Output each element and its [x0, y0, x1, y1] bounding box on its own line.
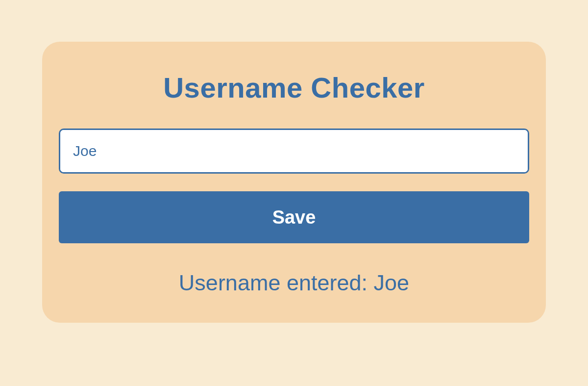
username-checker-card: Username Checker Save Username entered: …: [42, 42, 546, 323]
result-text: Username entered: Joe: [179, 270, 409, 296]
username-input[interactable]: [59, 129, 529, 174]
page-title: Username Checker: [163, 71, 425, 104]
save-button[interactable]: Save: [59, 191, 529, 243]
